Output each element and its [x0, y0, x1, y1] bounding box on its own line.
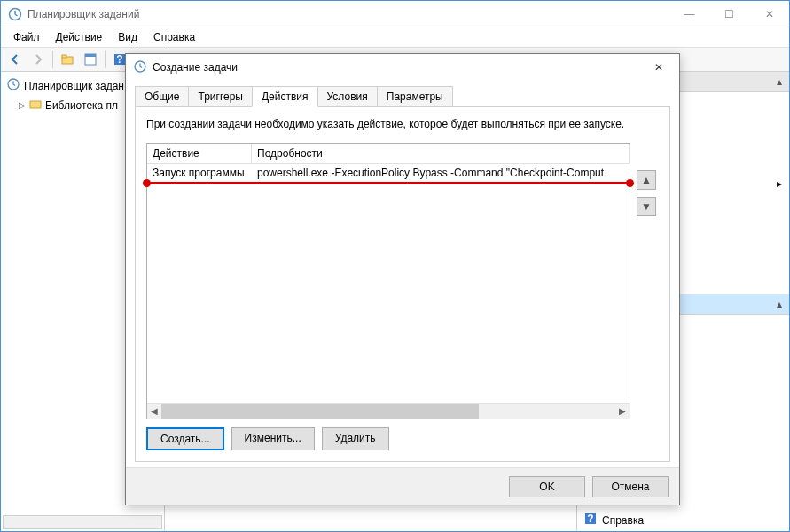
tab-conditions[interactable]: Условия [317, 86, 378, 106]
column-details[interactable]: Подробности [252, 144, 630, 163]
collapse-icon: ▴ [777, 75, 782, 88]
delete-button[interactable]: Удалить [322, 427, 389, 450]
actions-list[interactable]: Действие Подробности Запуск программы po… [146, 143, 630, 419]
scroll-track[interactable] [161, 404, 615, 419]
menubar: Файл Действие Вид Справка [1, 27, 789, 47]
forward-button[interactable] [27, 49, 49, 70]
collapse-icon: ▴ [777, 298, 782, 310]
minimize-button[interactable]: — [669, 2, 709, 27]
column-action[interactable]: Действие [147, 144, 252, 163]
svg-text:?: ? [116, 53, 122, 66]
list-row[interactable]: Запуск программы powershell.exe -Executi… [147, 164, 630, 182]
back-button[interactable] [4, 49, 26, 70]
create-task-dialog: Создание задачи ✕ Общие Триггеры Действи… [125, 53, 680, 505]
action-buttons: Создать... Изменить... Удалить [146, 419, 659, 450]
scroll-right-button[interactable]: ▶ [615, 404, 630, 419]
move-up-button[interactable]: ▲ [637, 170, 656, 190]
close-button[interactable]: ✕ [749, 2, 789, 27]
dialog-titlebar[interactable]: Создание задачи ✕ [126, 54, 679, 81]
horizontal-scrollbar[interactable]: ◀ ▶ [147, 403, 630, 418]
dialog-footer: OK Отмена [126, 467, 679, 505]
chevron-right-icon: ▸ [777, 177, 782, 190]
tab-actions[interactable]: Действия [252, 86, 318, 107]
tab-strip: Общие Триггеры Действия Условия Параметр… [126, 81, 679, 106]
chevron-right-icon: ▷ [19, 100, 26, 110]
create-button[interactable]: Создать... [146, 427, 224, 450]
tab-description: При создании задачи необходимо указать д… [146, 118, 659, 130]
titlebar: Планировщик заданий — ☐ ✕ [1, 1, 789, 27]
window-controls: — ☐ ✕ [669, 2, 789, 27]
row-action: Запуск программы [147, 164, 252, 182]
tree-scrollbar[interactable] [3, 515, 162, 529]
panel-button[interactable] [80, 49, 101, 70]
dialog-title: Создание задачи [153, 61, 645, 74]
cancel-button[interactable]: Отмена [592, 476, 669, 497]
menu-help[interactable]: Справка [146, 29, 202, 45]
separator [105, 51, 106, 68]
scroll-thumb[interactable] [161, 404, 479, 419]
help-item[interactable]: ? Справка [577, 509, 789, 531]
separator [52, 51, 53, 68]
svg-rect-8 [30, 101, 41, 108]
svg-rect-4 [85, 54, 96, 57]
tab-triggers[interactable]: Триггеры [188, 86, 253, 106]
svg-text:?: ? [587, 512, 593, 525]
reorder-buttons: ▲ ▼ [637, 170, 656, 216]
tree-library-label: Библиотека пл [45, 99, 118, 112]
menu-view[interactable]: Вид [111, 29, 145, 45]
folder-button[interactable] [57, 49, 78, 70]
svg-rect-2 [62, 55, 66, 58]
dialog-close-button[interactable]: ✕ [645, 57, 672, 78]
menu-file[interactable]: Файл [6, 29, 47, 45]
help-label: Справка [602, 514, 644, 527]
app-icon [8, 7, 22, 21]
menu-action[interactable]: Действие [49, 29, 110, 45]
maximize-button[interactable]: ☐ [709, 2, 749, 27]
tab-settings[interactable]: Параметры [377, 86, 453, 106]
row-details: powershell.exe -ExecutionPolicy Bypass -… [252, 164, 630, 182]
move-down-button[interactable]: ▼ [637, 197, 656, 216]
edit-button[interactable]: Изменить... [231, 427, 315, 450]
task-scheduler-window: Планировщик заданий — ☐ ✕ Файл Действие … [0, 0, 790, 532]
window-title: Планировщик заданий [27, 8, 669, 20]
scroll-left-button[interactable]: ◀ [147, 404, 161, 419]
clock-icon [6, 77, 20, 94]
folder-icon [29, 98, 42, 113]
dialog-icon [133, 59, 147, 76]
ok-button[interactable]: OK [509, 476, 585, 497]
list-header: Действие Подробности [147, 144, 630, 164]
annotation-highlight [146, 182, 630, 184]
help-icon: ? [584, 512, 597, 528]
tree-root-label: Планировщик задан [24, 80, 124, 92]
tab-general[interactable]: Общие [135, 86, 189, 106]
tab-content: При создании задачи необходимо указать д… [135, 106, 670, 462]
